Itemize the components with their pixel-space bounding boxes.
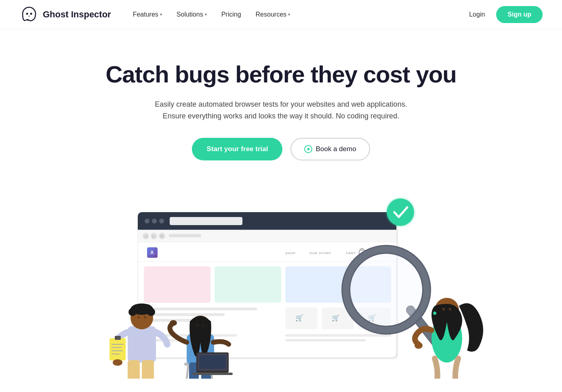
- hero-buttons: Start your free trial Book a demo: [8, 138, 554, 160]
- svg-point-54: [433, 312, 436, 315]
- hero-subtitle: Easily create automated browser tests fo…: [152, 99, 410, 122]
- svg-point-9: [152, 219, 157, 223]
- svg-rect-67: [109, 338, 126, 360]
- svg-text:↻: ↻: [160, 234, 164, 238]
- svg-text:A: A: [150, 250, 154, 255]
- svg-text:◁: ◁: [144, 234, 147, 238]
- svg-rect-11: [170, 217, 242, 225]
- svg-point-8: [145, 219, 149, 223]
- nav-features[interactable]: Features ▾: [127, 8, 168, 21]
- play-triangle-icon: [307, 148, 310, 151]
- resources-chevron-icon: ▾: [288, 12, 290, 17]
- svg-rect-42: [285, 339, 366, 341]
- svg-point-80: [202, 325, 204, 327]
- svg-point-53: [449, 308, 451, 310]
- svg-text:🛒: 🛒: [295, 314, 303, 322]
- svg-point-62: [142, 304, 152, 314]
- svg-text:CART: CART: [346, 251, 356, 255]
- cta-secondary-button[interactable]: Book a demo: [290, 138, 370, 160]
- svg-point-64: [144, 316, 146, 318]
- svg-point-2: [30, 13, 32, 15]
- features-chevron-icon: ▾: [160, 12, 162, 17]
- svg-point-10: [159, 219, 164, 223]
- svg-rect-56: [128, 326, 156, 362]
- svg-point-63: [137, 316, 139, 318]
- illustration-svg: ◁ ▷ ↻ A SHOP OUR STORY CART: [59, 185, 503, 379]
- svg-line-75: [186, 366, 188, 379]
- svg-rect-31: [144, 313, 225, 316]
- hero-illustration: ◁ ▷ ↻ A SHOP OUR STORY CART: [8, 185, 554, 379]
- svg-text:🛒: 🛒: [332, 314, 340, 322]
- hero-section: Catch bugs before they cost you Easily c…: [0, 29, 562, 392]
- nav-resources[interactable]: Resources ▾: [250, 8, 296, 21]
- svg-rect-66: [142, 360, 154, 379]
- svg-point-61: [133, 304, 143, 314]
- svg-rect-87: [199, 355, 226, 369]
- svg-rect-86: [192, 373, 233, 375]
- svg-point-1: [26, 13, 28, 15]
- svg-point-73: [113, 359, 122, 366]
- svg-rect-41: [285, 334, 391, 337]
- solutions-chevron-icon: ▾: [205, 12, 207, 17]
- svg-rect-19: [169, 234, 201, 237]
- logo-link[interactable]: Ghost Inspector: [19, 5, 111, 24]
- cta-primary-button[interactable]: Start your free trial: [192, 138, 282, 160]
- svg-text:SHOP: SHOP: [285, 251, 296, 255]
- svg-point-3: [29, 15, 29, 16]
- svg-rect-30: [144, 308, 257, 310]
- logo-text: Ghost Inspector: [43, 9, 111, 20]
- nav-pricing[interactable]: Pricing: [216, 8, 247, 21]
- svg-text:▷: ▷: [152, 234, 155, 238]
- play-icon: [304, 145, 312, 153]
- svg-point-44: [387, 198, 414, 226]
- svg-rect-28: [215, 266, 281, 303]
- svg-rect-27: [144, 266, 210, 303]
- svg-point-55: [415, 342, 423, 349]
- nav-actions: Login Sign up: [464, 6, 543, 23]
- svg-point-79: [196, 325, 198, 327]
- svg-point-52: [442, 308, 445, 310]
- nav-solutions[interactable]: Solutions ▾: [171, 8, 213, 21]
- svg-point-49: [352, 255, 421, 325]
- logo-icon: [19, 5, 39, 24]
- login-link[interactable]: Login: [464, 8, 490, 21]
- svg-text:OUR STORY: OUR STORY: [309, 251, 331, 255]
- nav-links: Features ▾ Solutions ▾ Pricing Resources…: [127, 8, 465, 21]
- svg-point-81: [170, 320, 177, 326]
- navbar: Ghost Inspector Features ▾ Solutions ▾ P…: [0, 0, 562, 29]
- hero-title: Catch bugs before they cost you: [8, 61, 554, 87]
- svg-rect-68: [115, 336, 121, 340]
- svg-rect-65: [128, 360, 140, 379]
- signup-button[interactable]: Sign up: [496, 6, 543, 23]
